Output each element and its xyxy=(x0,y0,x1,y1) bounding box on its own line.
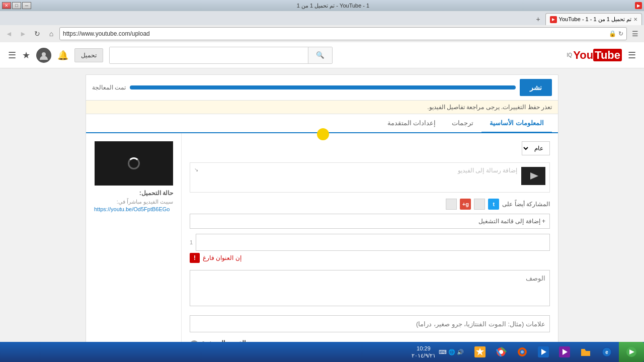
user-avatar[interactable] xyxy=(36,48,51,63)
menu-icon[interactable]: ☰ xyxy=(8,50,16,61)
address-bar[interactable]: https://www.youtube.com/upload 🔒 ↻ xyxy=(59,27,627,40)
taskbar-tray: 🔊 🌐 ⌨ 10:29 ٢٠١٤/٩/٢١ xyxy=(408,345,468,359)
message-share-area: إضافة رسالة إلى الفيديو ↘ المشاركة أيضاً… xyxy=(190,162,550,210)
search-area[interactable]: 🔍 xyxy=(109,47,333,64)
logo-superscript: IQ xyxy=(567,52,573,58)
form-right: حالة التحميل: سيبث الفيديو مباشراً في: h… xyxy=(86,133,182,342)
svg-rect-7 xyxy=(581,349,585,351)
playlist-section: + إضافة إلى قائمة التشغيل xyxy=(190,214,550,229)
media-player-icon[interactable] xyxy=(554,342,575,361)
video-thumbnail-small xyxy=(521,167,545,185)
minimize-button[interactable]: ─ xyxy=(22,2,31,9)
media-classic-icon[interactable] xyxy=(533,342,553,361)
notes-icon[interactable] xyxy=(470,342,490,361)
warning-icon: ! xyxy=(190,253,200,263)
window-controls: ─ □ ✕ xyxy=(2,2,31,9)
add-to-playlist-button[interactable]: + إضافة إلى قائمة التشغيل xyxy=(190,214,550,229)
folder-icon[interactable] xyxy=(576,342,596,361)
active-tab[interactable]: ▶ YouTube - 1 - تم تحميل 1 من 1 ✕ xyxy=(545,13,642,25)
tags-section xyxy=(190,315,550,332)
close-button[interactable]: ✕ xyxy=(2,2,11,9)
tab-bar: ▶ YouTube - 1 - تم تحميل 1 من 1 ✕ + xyxy=(0,11,644,25)
search-input[interactable] xyxy=(110,47,308,63)
youtube-logo: IQ YouTube xyxy=(567,49,622,62)
facebook-share-button[interactable] xyxy=(474,199,485,210)
tab-basic-info[interactable]: المعلومات الأساسية xyxy=(481,114,552,133)
new-tab-button[interactable]: + xyxy=(532,13,544,25)
notification-bell-icon[interactable]: 🔔 xyxy=(57,50,68,61)
publish-button[interactable]: نشر xyxy=(520,79,552,96)
tags-input[interactable] xyxy=(190,315,550,332)
loading-spinner xyxy=(128,157,140,169)
lock-icon: 🔒 xyxy=(609,30,616,37)
upload-status: حالة التحميل: سيبث الفيديو مباشراً في: h… xyxy=(94,190,173,212)
description-input[interactable] xyxy=(190,270,550,306)
video-preview xyxy=(95,141,173,186)
logo-text: YouTube xyxy=(573,49,622,62)
svg-text:e: e xyxy=(605,349,608,355)
upload-container: نشر تمت المعالجة تعذر حفظ التغييرات. يرج… xyxy=(86,74,558,342)
address-text: https://www.youtube.com/upload xyxy=(63,30,609,37)
ie-icon[interactable]: e xyxy=(597,342,617,361)
share-label: المشاركة أيضاً على xyxy=(502,201,550,208)
upload-notice: تعذر حفظ التغييرات. يرجى مراجعة تفاصيل ا… xyxy=(86,101,558,114)
svg-point-14 xyxy=(521,350,524,353)
chrome-icon[interactable] xyxy=(491,342,511,361)
description-section xyxy=(190,270,550,308)
form-left: عام إضافة رسالة إلى الفيديو xyxy=(182,133,558,342)
firefox-icon[interactable] xyxy=(512,342,532,361)
progress-bar xyxy=(130,85,516,89)
char-count: 1 xyxy=(190,239,193,245)
visibility-select[interactable]: عام xyxy=(522,141,550,155)
page-wrapper: ☰ ★ 🔔 تحميل 🔍 IQ YouTube ☰ ن xyxy=(0,42,644,342)
status-label: حالة التحميل: xyxy=(139,190,173,197)
twitter-share-button[interactable]: t xyxy=(488,199,499,210)
status-row: حالة التحميل: xyxy=(94,190,173,197)
upload-button[interactable]: تحميل xyxy=(74,48,103,62)
nav-bar: ◄ ► ↻ ⌂ https://www.youtube.com/upload 🔒… xyxy=(0,25,644,42)
share-extra-button[interactable] xyxy=(446,199,457,210)
title-warning-text: إن العنوان فارغ xyxy=(203,254,242,261)
title-input[interactable] xyxy=(196,234,550,251)
youtube-header: ☰ ★ 🔔 تحميل 🔍 IQ YouTube ☰ xyxy=(0,42,644,68)
home-button[interactable]: ⌂ xyxy=(45,28,57,40)
message-box: إضافة رسالة إلى الفيديو ↘ xyxy=(190,162,550,193)
video-url[interactable]: https://youtu.be/Od5FptB6EGo xyxy=(94,206,173,212)
back-button[interactable]: ◄ xyxy=(3,28,15,40)
title-warning-row: إن العنوان فارغ ! xyxy=(190,253,550,263)
title-section: 1 إن العنوان فارغ ! xyxy=(190,234,550,263)
processing-status: تمت المعالجة xyxy=(92,84,126,91)
taskbar-time: 10:29 ٢٠١٤/٩/٢١ xyxy=(412,345,436,359)
link-label: سيبث الفيديو مباشراً في: xyxy=(94,199,173,205)
action-bar: نشر تمت المعالجة xyxy=(86,75,558,101)
form-body: عام إضافة رسالة إلى الفيديو xyxy=(86,133,558,342)
window-title: YouTube - 1 - تم تحميل 1 من 1 xyxy=(31,3,635,9)
refresh-mini-icon: ↻ xyxy=(618,30,623,37)
visibility-row: عام xyxy=(190,141,550,155)
share-row: المشاركة أيضاً على t g+ xyxy=(190,199,550,210)
search-button[interactable]: 🔍 xyxy=(308,47,332,63)
svg-point-0 xyxy=(42,52,46,56)
start-button[interactable] xyxy=(619,342,644,362)
maximize-button[interactable]: □ xyxy=(12,2,21,9)
tray-icons: 🔊 🌐 ⌨ xyxy=(439,349,464,355)
refresh-button[interactable]: ↻ xyxy=(31,28,43,40)
title-row: 1 xyxy=(190,234,550,251)
tab-advanced[interactable]: إعدادات المتقدمة xyxy=(379,114,444,133)
taskbar-icons: e xyxy=(468,342,619,361)
tab-close-button[interactable]: ✕ xyxy=(633,17,637,22)
star-icon[interactable]: ★ xyxy=(22,50,30,61)
tab-translations[interactable]: ترجمات xyxy=(444,114,481,133)
tab-title: YouTube - 1 - تم تحميل 1 من 1 xyxy=(559,16,631,23)
message-input[interactable]: إضافة رسالة إلى الفيديو xyxy=(202,167,517,174)
progress-fill xyxy=(130,85,516,89)
hamburger-menu-icon[interactable]: ☰ xyxy=(628,50,636,61)
title-bar: ▶ YouTube - 1 - تم تحميل 1 من 1 ─ □ ✕ xyxy=(0,0,644,11)
taskbar: e xyxy=(0,342,644,362)
menu-button[interactable]: ☰ xyxy=(629,28,641,40)
form-tabs: المعلومات الأساسية ترجمات إعدادات المتقد… xyxy=(86,114,558,133)
forward-button[interactable]: ► xyxy=(17,28,29,40)
resize-handle: ↘ xyxy=(194,167,198,172)
address-icons: 🔒 ↻ xyxy=(609,30,623,37)
googleplus-share-button[interactable]: g+ xyxy=(460,199,471,210)
